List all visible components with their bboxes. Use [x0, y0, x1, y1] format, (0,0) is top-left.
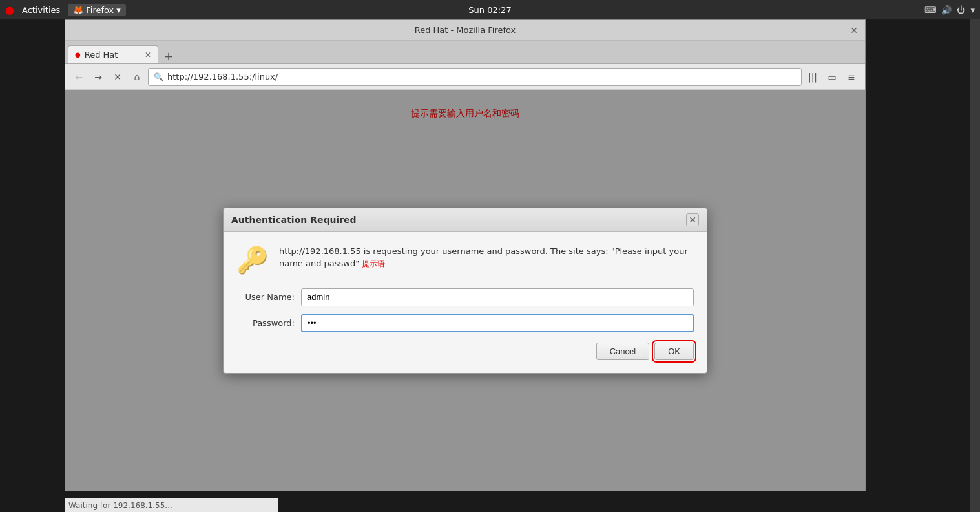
forward-icon: → — [94, 72, 102, 82]
bookmarks-button[interactable]: ||| — [804, 69, 821, 85]
status-text: Waiting for 192.168.1.55... — [68, 501, 172, 510]
nav-bar: ← → ✕ ⌂ 🔍 http://192.168.1.55:/linux/ ||… — [65, 64, 865, 90]
username-label: User Name: — [236, 292, 301, 302]
dialog-message-container: http://192.168.1.55 is requesting your u… — [279, 245, 694, 270]
volume-icon: 🔊 — [941, 5, 952, 15]
dialog-message-content: http://192.168.1.55 is requesting your u… — [279, 246, 688, 269]
sidebar-icon: ▭ — [828, 72, 836, 82]
keyboard-icon: ⌨ — [924, 5, 937, 15]
hamburger-icon: ≡ — [848, 72, 855, 82]
nav-right-icons: ||| ▭ ≡ — [804, 69, 860, 85]
auth-dialog: Authentication Required ✕ 🔑 http://192.1… — [223, 208, 707, 374]
taskbar: ● Activities 🦊 Firefox ▾ Sun 02:27 ⌨ 🔊 ⏻… — [0, 0, 980, 19]
home-icon: ⌂ — [134, 72, 140, 82]
tab-label: Red Hat — [85, 50, 118, 59]
tab-bar: ● Red Hat ✕ + — [65, 41, 865, 64]
dialog-body: 🔑 http://192.168.1.55 is requesting your… — [224, 232, 707, 373]
taskbar-left: ● Activities 🦊 Firefox ▾ — [5, 4, 126, 16]
browser-window: Red Hat - Mozilla Firefox ✕ ● Red Hat ✕ … — [65, 19, 866, 491]
password-label: Password: — [236, 318, 301, 328]
firefox-taskbar-button[interactable]: 🦊 Firefox ▾ — [68, 4, 126, 16]
redhat-logo-icon: ● — [5, 4, 14, 16]
cancel-button[interactable]: Cancel — [596, 343, 649, 360]
dialog-message-text: http://192.168.1.55 is requesting your u… — [279, 245, 694, 270]
address-url-text: http://192.168.1.55:/linux/ — [167, 72, 796, 81]
browser-window-title: Red Hat - Mozilla Firefox — [415, 25, 516, 35]
tab-favicon-icon: ● — [75, 51, 81, 58]
forward-button[interactable]: → — [90, 69, 107, 85]
dialog-buttons: Cancel OK — [236, 343, 694, 360]
clock-time: Sun 02:27 — [468, 5, 511, 15]
taskbar-clock: Sun 02:27 — [468, 5, 511, 15]
bookmarks-icon: ||| — [808, 72, 817, 82]
address-bar[interactable]: 🔍 http://192.168.1.55:/linux/ — [148, 68, 802, 86]
dialog-titlebar: Authentication Required ✕ — [224, 208, 707, 232]
modal-overlay: Authentication Required ✕ 🔑 http://192.1… — [65, 90, 865, 491]
settings-dropdown-icon[interactable]: ▾ — [970, 5, 975, 15]
dialog-annotation-hint: 提示语 — [362, 259, 385, 268]
taskbar-right: ⌨ 🔊 ⏻ ▾ — [924, 5, 975, 15]
reload-icon: ✕ — [114, 72, 121, 82]
back-icon: ← — [75, 72, 83, 82]
firefox-icon: 🦊 — [73, 5, 83, 15]
browser-window-close-button[interactable]: ✕ — [848, 25, 860, 36]
ok-button[interactable]: OK — [654, 343, 694, 360]
username-row: User Name: — [236, 288, 694, 306]
scrollbar-area — [970, 19, 980, 512]
menu-button[interactable]: ≡ — [843, 69, 860, 85]
firefox-label: Firefox — [86, 5, 114, 15]
power-icon[interactable]: ⏻ — [957, 5, 965, 15]
home-button[interactable]: ⌂ — [129, 69, 145, 85]
browser-titlebar: Red Hat - Mozilla Firefox ✕ — [65, 20, 865, 41]
status-bar: Waiting for 192.168.1.55... — [65, 498, 278, 512]
dialog-title: Authentication Required — [231, 215, 357, 225]
dialog-message-row: 🔑 http://192.168.1.55 is requesting your… — [236, 245, 694, 275]
password-input[interactable] — [301, 314, 694, 332]
tab-close-button[interactable]: ✕ — [145, 50, 151, 59]
sidebar-button[interactable]: ▭ — [824, 69, 840, 85]
browser-tab-redhat[interactable]: ● Red Hat ✕ — [68, 45, 158, 63]
password-row: Password: — [236, 314, 694, 332]
new-tab-button[interactable]: + — [161, 48, 176, 63]
browser-content: 提示需要输入用户名和密码 Authentication Required ✕ 🔑… — [65, 90, 865, 491]
username-input[interactable] — [301, 288, 694, 306]
reload-button[interactable]: ✕ — [109, 69, 126, 85]
key-icon: 🔑 — [236, 245, 269, 275]
firefox-dropdown-icon: ▾ — [116, 5, 121, 15]
address-search-icon: 🔍 — [154, 72, 163, 81]
dialog-close-button[interactable]: ✕ — [686, 213, 699, 226]
activities-button[interactable]: Activities — [22, 5, 60, 15]
back-button[interactable]: ← — [70, 69, 87, 85]
